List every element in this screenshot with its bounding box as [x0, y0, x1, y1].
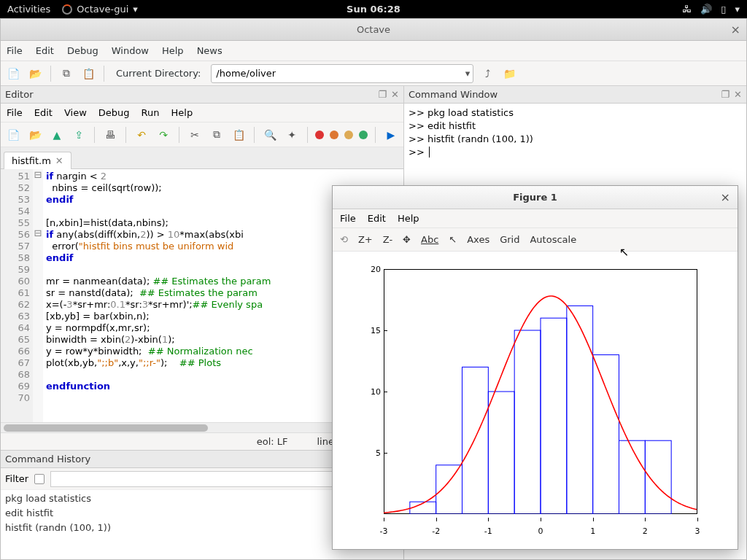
browse-folder-icon[interactable]: 📁 [501, 66, 517, 82]
svg-rect-7 [593, 355, 619, 514]
open-file-icon[interactable]: 📂 [27, 127, 43, 143]
breakpoint-icon[interactable] [315, 131, 324, 139]
window-title: Octave [357, 24, 390, 35]
figure-close-button[interactable]: × [721, 190, 730, 204]
current-directory-value: /home/oliver [216, 68, 276, 79]
main-menubar: File Edit Debug Window Help News [1, 41, 746, 61]
svg-rect-6 [567, 306, 593, 514]
menu-edit[interactable]: Edit [36, 45, 54, 56]
network-icon[interactable]: 🖧 [682, 4, 692, 15]
print-icon[interactable]: 🖶 [102, 127, 118, 143]
paste-icon[interactable]: 📋 [231, 127, 247, 143]
autoscale-button[interactable]: Autoscale [530, 234, 576, 245]
editor-menu-view[interactable]: View [64, 107, 87, 118]
chevron-down-icon[interactable]: ▾ [465, 68, 471, 79]
editor-menu-debug[interactable]: Debug [98, 107, 130, 118]
pan-icon[interactable]: ✥ [403, 234, 411, 245]
save-icon[interactable]: ▲ [49, 127, 65, 143]
panel-close-icon[interactable]: ✕ [734, 89, 742, 100]
current-directory-label: Current Directory: [116, 68, 201, 79]
clock[interactable]: Sun 06:28 [347, 4, 400, 15]
editor-panel-header[interactable]: Editor ❐✕ [1, 86, 403, 104]
editor-menubar: File Edit View Debug Run Help [1, 104, 403, 122]
system-tray[interactable]: 🖧 🔊 ▯ ▾ [682, 4, 740, 15]
plot-area[interactable]: 5101520-3-2-10123 [333, 252, 738, 549]
fold-gutter[interactable]: ⊟⊟ [33, 169, 43, 422]
saveall-icon[interactable]: ⇪ [71, 127, 87, 143]
activities-button[interactable]: Activities [7, 4, 50, 15]
current-directory-combo[interactable]: /home/oliver ▾ [211, 64, 473, 83]
zoom-in-button[interactable]: Z+ [358, 234, 373, 245]
copy-icon[interactable]: ⧉ [58, 66, 74, 82]
undo-icon[interactable]: ↶ [133, 127, 150, 143]
figure-titlebar[interactable]: Figure 1 × [333, 186, 738, 209]
svg-rect-2 [462, 367, 489, 514]
scrollbar-thumb[interactable] [4, 424, 208, 432]
menu-file[interactable]: File [7, 45, 23, 56]
separator [50, 66, 51, 82]
separator [104, 66, 104, 82]
filter-checkbox[interactable] [34, 474, 44, 484]
status-eol: eol: LF [257, 436, 288, 447]
app-menu[interactable]: Octave-gui ▾ [62, 4, 137, 15]
figure-menubar: File Edit Help [333, 209, 738, 228]
rotate-icon[interactable]: ⟲ [340, 234, 348, 245]
text-button[interactable]: Abc [421, 234, 438, 245]
editor-toolbar: 📄 📂 ▲ ⇪ 🖶 ↶ ↷ ✂ ⧉ 📋 🔍 ✦ [1, 122, 403, 147]
redo-icon[interactable]: ↷ [155, 127, 171, 143]
figure-menu-edit[interactable]: Edit [368, 213, 386, 224]
new-file-icon[interactable]: 📄 [5, 127, 21, 143]
figure-toolbar: ⟲ Z+ Z- ✥ Abc ↖ Axes Grid Autoscale [333, 228, 738, 252]
svg-rect-3 [488, 392, 514, 514]
chevron-down-icon[interactable]: ▾ [735, 4, 740, 15]
dir-up-icon[interactable]: ⤴ [479, 66, 495, 82]
new-script-icon[interactable]: 📄 [5, 66, 21, 82]
editor-tabbar: histfit.m ✕ [1, 147, 403, 169]
svg-rect-8 [619, 440, 646, 514]
volume-icon[interactable]: 🔊 [700, 4, 712, 15]
menu-window[interactable]: Window [112, 45, 149, 56]
plot-svg [384, 269, 697, 514]
step-icon[interactable] [330, 131, 338, 139]
chevron-down-icon: ▾ [133, 4, 138, 15]
zoom-out-button[interactable]: Z- [383, 234, 392, 245]
menu-debug[interactable]: Debug [67, 45, 98, 56]
paste-icon[interactable]: 📋 [80, 66, 96, 82]
figure-window[interactable]: Figure 1 × File Edit Help ⟲ Z+ Z- ✥ Abc … [332, 185, 738, 550]
step-over-icon[interactable] [344, 131, 353, 139]
run-play-icon[interactable]: ▶ [383, 127, 399, 143]
menu-news[interactable]: News [197, 45, 222, 56]
filter-label: Filter [5, 473, 28, 484]
svg-rect-5 [541, 318, 567, 514]
tab-close-icon[interactable]: ✕ [55, 155, 63, 166]
commandwindow-panel-header[interactable]: Command Window ❐✕ [404, 86, 746, 104]
select-cursor-icon[interactable]: ↖ [449, 234, 457, 245]
figure-menu-help[interactable]: Help [398, 213, 419, 224]
main-toolbar: 📄 📂 ⧉ 📋 Current Directory: /home/oliver … [1, 61, 746, 86]
panel-undock-icon[interactable]: ❐ [721, 89, 729, 100]
find-icon[interactable]: 🔍 [262, 127, 278, 143]
editor-tab-label: histfit.m [12, 155, 51, 166]
continue-icon[interactable] [359, 131, 368, 139]
figure-menu-file[interactable]: File [340, 213, 356, 224]
panel-close-icon[interactable]: ✕ [391, 89, 399, 100]
window-titlebar[interactable]: Octave × [1, 19, 746, 41]
editor-tab[interactable]: histfit.m ✕ [4, 152, 71, 169]
axes-button[interactable]: Axes [467, 234, 489, 245]
menu-help[interactable]: Help [162, 45, 184, 56]
line-number-gutter: 5152535455565758596061626364656667686970 [1, 169, 33, 422]
window-close-button[interactable]: × [731, 23, 740, 36]
cut-icon[interactable]: ✂ [187, 127, 203, 143]
battery-icon[interactable]: ▯ [721, 4, 726, 15]
octave-icon [62, 4, 72, 15]
zoom-icon[interactable]: ✦ [284, 127, 300, 143]
panel-undock-icon[interactable]: ❐ [378, 89, 387, 100]
editor-menu-run[interactable]: Run [142, 107, 160, 118]
editor-menu-file[interactable]: File [7, 107, 23, 118]
editor-menu-help[interactable]: Help [171, 107, 193, 118]
grid-button[interactable]: Grid [500, 234, 519, 245]
editor-menu-edit[interactable]: Edit [34, 107, 53, 118]
copy-icon[interactable]: ⧉ [209, 127, 225, 143]
open-folder-icon[interactable]: 📂 [27, 66, 43, 82]
editor-panel-title: Editor [5, 89, 33, 100]
